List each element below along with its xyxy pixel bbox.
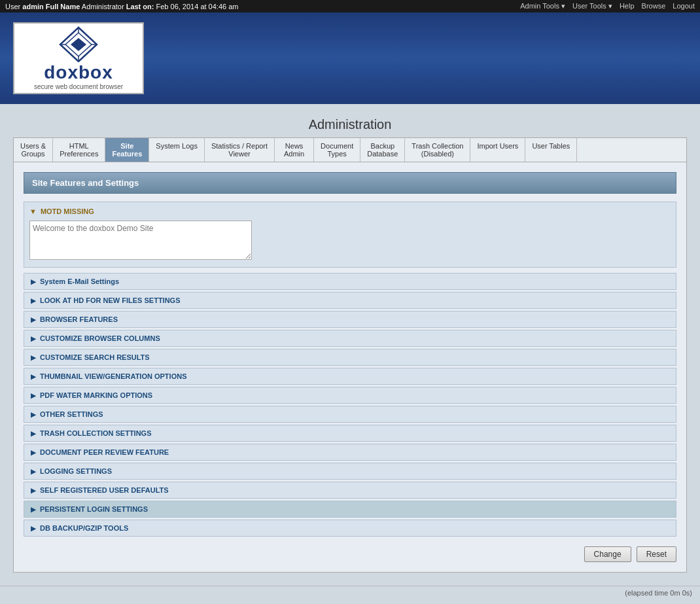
user-label: User — [5, 3, 20, 10]
trash-collection-label: TRASH COLLECTION SETTINGS — [40, 429, 152, 437]
fullname-label: Full Name — [46, 3, 80, 10]
collapse-browser-features[interactable]: ▶ BROWSER FEATURES — [24, 311, 676, 328]
motd-header: ▼ MOTD MISSING — [29, 207, 671, 215]
tabs-container: Users & Groups HTML Preferences Site Fea… — [13, 137, 687, 162]
motd-section: ▼ MOTD MISSING — [24, 202, 676, 268]
email-settings-label: System E-Mail Settings — [40, 277, 119, 285]
logo-text: doxbox — [44, 62, 113, 83]
collapse-persistent-login[interactable]: ▶ PERSISTENT LOGIN SETTINGS — [24, 501, 676, 518]
browser-features-label: BROWSER FEATURES — [40, 315, 118, 323]
logging-arrow: ▶ — [31, 468, 36, 475]
laston-value: Feb 06, 2014 at 04:46 am — [156, 3, 239, 10]
persistent-login-label: PERSISTENT LOGIN SETTINGS — [40, 505, 148, 513]
browser-columns-arrow: ▶ — [31, 335, 36, 342]
search-results-arrow: ▶ — [31, 354, 36, 361]
browser-columns-label: CUSTOMIZE BROWSER COLUMNS — [40, 334, 160, 342]
collapse-browser-columns[interactable]: ▶ CUSTOMIZE BROWSER COLUMNS — [24, 330, 676, 347]
elapsed-time: (elapsed time 0m 0s) — [625, 589, 692, 597]
tab-site-features[interactable]: Site Features — [105, 138, 149, 162]
motd-textarea[interactable] — [29, 221, 252, 260]
tab-html-preferences[interactable]: HTML Preferences — [53, 138, 105, 162]
topbar-nav: Admin Tools ▾ User Tools ▾ Help Browse L… — [515, 2, 695, 10]
tab-statistics-report[interactable]: Statistics / Report Viewer — [205, 138, 275, 162]
logo-diamond-icon — [59, 26, 98, 62]
peer-review-label: DOCUMENT PEER REVIEW FEATURE — [40, 448, 169, 456]
hd-new-files-arrow: ▶ — [31, 297, 36, 304]
help-link[interactable]: Help — [620, 2, 635, 10]
username: admin — [22, 3, 43, 10]
logout-link[interactable]: Logout — [673, 2, 695, 10]
tab-news-admin[interactable]: News Admin — [275, 138, 314, 162]
tab-document-types[interactable]: Document Types — [314, 138, 360, 162]
hd-new-files-label: LOOK AT HD FOR NEW FILES SETTINGS — [40, 296, 181, 304]
admin-tools-link[interactable]: Admin Tools — [520, 2, 559, 10]
trash-collection-arrow: ▶ — [31, 430, 36, 437]
collapse-sections: ▶ System E-Mail Settings ▶ LOOK AT HD FO… — [24, 273, 676, 537]
tab-system-logs[interactable]: System Logs — [149, 138, 205, 162]
collapse-trash-collection[interactable]: ▶ TRASH COLLECTION SETTINGS — [24, 425, 676, 442]
topbar: User admin Full Name Administrator Last … — [0, 0, 700, 12]
pdf-watermark-label: PDF WATER MARKING OPTIONS — [40, 391, 152, 399]
browser-features-arrow: ▶ — [31, 316, 36, 323]
header: doxbox secure web document browser — [0, 12, 700, 104]
pdf-watermark-arrow: ▶ — [31, 392, 36, 399]
topbar-user-info: User admin Full Name Administrator Last … — [5, 3, 238, 10]
collapse-logging[interactable]: ▶ LOGGING SETTINGS — [24, 463, 676, 480]
tab-user-tables[interactable]: User Tables — [525, 138, 577, 162]
main-content: Administration Users & Groups HTML Prefe… — [0, 104, 700, 579]
content-area: Site Features and Settings ▼ MOTD MISSIN… — [13, 162, 687, 573]
collapse-self-registered[interactable]: ▶ SELF REGISTERED USER DEFAULTS — [24, 482, 676, 499]
tab-backup-database[interactable]: Backup Database — [360, 138, 405, 162]
collapse-email-settings[interactable]: ▶ System E-Mail Settings — [24, 273, 676, 290]
change-button[interactable]: Change — [584, 546, 631, 562]
peer-review-arrow: ▶ — [31, 449, 36, 456]
self-registered-label: SELF REGISTERED USER DEFAULTS — [40, 486, 169, 494]
reset-button[interactable]: Reset — [637, 546, 676, 562]
collapse-search-results[interactable]: ▶ CUSTOMIZE SEARCH RESULTS — [24, 349, 676, 366]
collapse-hd-new-files[interactable]: ▶ LOOK AT HD FOR NEW FILES SETTINGS — [24, 292, 676, 309]
self-registered-arrow: ▶ — [31, 487, 36, 494]
other-settings-label: OTHER SETTINGS — [40, 410, 103, 418]
button-row: Change Reset — [24, 546, 676, 562]
motd-collapse-arrow: ▼ — [29, 207, 37, 215]
tab-trash-collection[interactable]: Trash Collection (Disabled) — [405, 138, 470, 162]
footer: (elapsed time 0m 0s) — [0, 586, 700, 599]
page-title: Administration — [13, 117, 687, 132]
logging-label: LOGGING SETTINGS — [40, 467, 112, 475]
collapse-thumbnail-view[interactable]: ▶ THUMBNAIL VIEW/GENERATION OPTIONS — [24, 368, 676, 385]
laston-label: Last on: — [126, 3, 154, 10]
collapse-peer-review[interactable]: ▶ DOCUMENT PEER REVIEW FEATURE — [24, 444, 676, 461]
motd-textarea-wrapper — [29, 221, 671, 262]
svg-marker-2 — [71, 38, 86, 51]
logo-subtext: secure web document browser — [34, 83, 123, 90]
db-backup-arrow: ▶ — [31, 525, 36, 532]
other-settings-arrow: ▶ — [31, 411, 36, 418]
persistent-login-arrow: ▶ — [31, 506, 36, 513]
collapse-db-backup[interactable]: ▶ DB BACKUP/GZIP TOOLS — [24, 520, 676, 537]
thumbnail-view-arrow: ▶ — [31, 373, 36, 380]
collapse-other-settings[interactable]: ▶ OTHER SETTINGS — [24, 406, 676, 423]
section-title: Site Features and Settings — [24, 172, 676, 194]
motd-label: MOTD MISSING — [41, 207, 94, 215]
db-backup-label: DB BACKUP/GZIP TOOLS — [40, 524, 128, 532]
fullname-value: Administrator — [82, 3, 124, 10]
tab-users-groups[interactable]: Users & Groups — [14, 138, 53, 162]
tab-import-users[interactable]: Import Users — [470, 138, 525, 162]
logo-box: doxbox secure web document browser — [13, 22, 144, 94]
search-results-label: CUSTOMIZE SEARCH RESULTS — [40, 353, 150, 361]
user-tools-link[interactable]: User Tools — [572, 2, 606, 10]
thumbnail-view-label: THUMBNAIL VIEW/GENERATION OPTIONS — [40, 372, 187, 380]
email-settings-arrow: ▶ — [31, 278, 36, 285]
browse-link[interactable]: Browse — [642, 2, 666, 10]
collapse-pdf-watermark[interactable]: ▶ PDF WATER MARKING OPTIONS — [24, 387, 676, 404]
